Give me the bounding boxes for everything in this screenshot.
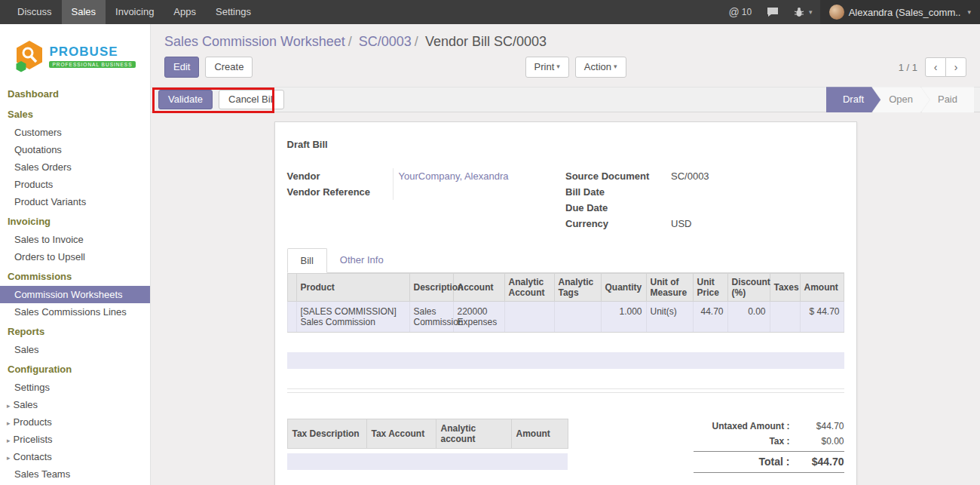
print-dropdown[interactable]: Print▾ [525, 57, 569, 78]
sidebar-item-pricelists[interactable]: ▸Pricelists [0, 431, 150, 448]
cell-handle [287, 302, 296, 333]
statusbar-buttons: Validate Cancel Bill [158, 90, 284, 109]
edit-button[interactable]: Edit [164, 57, 199, 78]
total-label: Total : [694, 456, 798, 468]
sidebar-heading-commissions[interactable]: Commissions [0, 267, 150, 286]
cell-amount: $ 44.70 [800, 302, 844, 333]
source-document-value: SC/0003 [671, 168, 844, 184]
topbar: Discuss Sales Invoicing Apps Settings @ … [0, 0, 980, 24]
col-unit-of-measure: Unit of Measure [646, 274, 693, 302]
sidebar-item-label: Contacts [14, 451, 52, 462]
cell-analytic-tags [554, 302, 601, 333]
cell-product: [SALES COMMISSION] Sales Commission [296, 302, 409, 333]
sidebar-item-config-products[interactable]: ▸Products [0, 413, 150, 431]
sidebar-section-reports: Reports Sales [0, 322, 150, 358]
cell-discount: 0.00 [727, 302, 770, 333]
user-menu[interactable]: Alexandra (Sales_comm.. ▾ [820, 0, 980, 24]
sidebar-item-commission-worksheets[interactable]: Commission Worksheets [0, 286, 150, 303]
tab-other-info[interactable]: Other Info [327, 248, 397, 272]
cell-unit-price: 44.70 [693, 302, 727, 333]
sidebar-item-quotations[interactable]: Quotations [0, 141, 150, 158]
sidebar: PROBUSE PROFESSIONAL BUSINESS Dashboard … [0, 24, 151, 485]
bug-icon [794, 7, 804, 17]
sidebar-item-contacts[interactable]: ▸Contacts [0, 448, 150, 465]
mention-count: 10 [742, 7, 752, 17]
tax-header-row: Tax Description Tax Account Analytic acc… [287, 419, 568, 449]
sidebar-item-sales-commissions-lines[interactable]: Sales Commissions Lines [0, 303, 150, 321]
pager-count: 1 / 1 [899, 62, 917, 73]
sidebar-item-products[interactable]: Products [0, 176, 150, 193]
sidebar-item-orders-to-upsell[interactable]: Orders to Upsell [0, 248, 150, 266]
sidebar-item-product-variants[interactable]: Product Variants [0, 193, 150, 210]
cancel-bill-button[interactable]: Cancel Bill [219, 90, 284, 109]
field-group-left: Vendor YourCompany, Alexandra Vendor Ref… [287, 168, 566, 232]
invoice-line-row[interactable]: [SALES COMMISSION] Sales Commission Sale… [287, 302, 844, 333]
pager-previous-button[interactable]: ‹ [925, 57, 946, 77]
expand-icon: ▸ [7, 419, 11, 427]
action-dropdown[interactable]: Action▾ [575, 57, 626, 78]
sidebar-heading-reports[interactable]: Reports [0, 322, 150, 341]
mention-counter[interactable]: @ 10 [721, 0, 760, 24]
status-draft[interactable]: Draft [826, 87, 880, 112]
topbar-menu-apps[interactable]: Apps [164, 0, 206, 24]
status-pipeline: Draft Open Paid [826, 87, 974, 112]
create-button[interactable]: Create [205, 57, 253, 78]
total-row: Total : $44.70 [694, 452, 844, 473]
sidebar-item-customers[interactable]: Customers [0, 124, 150, 141]
col-description: Description [409, 274, 453, 302]
sidebar-item-reports-sales[interactable]: Sales [0, 341, 150, 358]
sidebar-section-dashboard: Dashboard [0, 84, 150, 103]
field-groups: Vendor YourCompany, Alexandra Vendor Ref… [287, 168, 844, 232]
due-date-value [671, 200, 844, 216]
totals: Untaxed Amount : $44.70 Tax : $0.00 Tota… [694, 419, 844, 473]
breadcrumb-link-sc0003[interactable]: SC/0003 [359, 34, 412, 49]
sidebar-heading-configuration[interactable]: Configuration [0, 360, 150, 379]
col-discount: Discount (%) [727, 274, 770, 302]
sidebar-item-config-sales[interactable]: ▸Sales [0, 396, 150, 413]
sidebar-item-sales-orders[interactable]: Sales Orders [0, 158, 150, 176]
bill-date-value [671, 184, 844, 200]
topbar-menu-discuss[interactable]: Discuss [8, 0, 62, 24]
untaxed-amount-label: Untaxed Amount : [694, 421, 798, 431]
col-tax-description: Tax Description [287, 419, 366, 449]
currency-label: Currency [565, 216, 671, 232]
sidebar-item-dashboard[interactable]: Dashboard [0, 84, 150, 103]
breadcrumb: Sales Commission Worksheet/ SC/0003/ Ven… [151, 24, 980, 54]
messages-icon[interactable] [759, 0, 786, 24]
logo-subtitle: PROFESSIONAL BUSINESS [49, 61, 135, 68]
topbar-right: @ 10 ▾ Alexandra (Sales_comm.. ▾ [721, 0, 980, 24]
tax-and-totals: Tax Description Tax Account Analytic acc… [287, 419, 844, 473]
sidebar-item-sales-to-invoice[interactable]: Sales to Invoice [0, 231, 150, 248]
col-product: Product [296, 274, 409, 302]
lines-header-row: Product Description Account Analytic Acc… [287, 274, 844, 302]
pager-next-button[interactable]: › [945, 57, 966, 77]
col-analytic-account: Analytic Account [504, 274, 554, 302]
vendor-value[interactable]: YourCompany, Alexandra [393, 168, 566, 184]
status-open[interactable]: Open [872, 87, 929, 112]
topbar-menu-sales[interactable]: Sales [62, 0, 106, 24]
sidebar-item-label: Products [14, 416, 52, 428]
sidebar-heading-invoicing[interactable]: Invoicing [0, 212, 150, 231]
sidebar-heading-sales[interactable]: Sales [0, 105, 150, 124]
validate-button[interactable]: Validate [158, 90, 213, 109]
tax-value: $0.00 [798, 436, 844, 447]
topbar-menu-settings[interactable]: Settings [206, 0, 261, 24]
chevron-down-icon: ▾ [809, 8, 813, 16]
statusbar: Validate Cancel Bill Draft Open Paid [151, 87, 980, 112]
probuse-logo: PROBUSE PROFESSIONAL BUSINESS [0, 33, 150, 83]
sidebar-item-sales-teams[interactable]: Sales Teams [0, 465, 150, 483]
debug-menu[interactable]: ▾ [786, 0, 820, 24]
breadcrumb-link-worksheet[interactable]: Sales Commission Worksheet [164, 34, 345, 49]
sidebar-item-label: Sales [14, 399, 38, 410]
empty-tax-list-placeholder [287, 453, 568, 470]
cell-description: Sales Commission [409, 302, 453, 333]
tax-row: Tax : $0.00 [694, 434, 844, 452]
topbar-menu-invoicing[interactable]: Invoicing [106, 0, 164, 24]
sidebar-item-settings[interactable]: Settings [0, 379, 150, 396]
sidebar-section-commissions: Commissions Commission Worksheets Sales … [0, 267, 150, 321]
due-date-label: Due Date [565, 200, 671, 216]
col-analytic-tags: Analytic Tags [554, 274, 601, 302]
tab-bill[interactable]: Bill [287, 248, 327, 273]
total-value: $44.70 [798, 456, 844, 468]
currency-value: USD [671, 216, 844, 232]
